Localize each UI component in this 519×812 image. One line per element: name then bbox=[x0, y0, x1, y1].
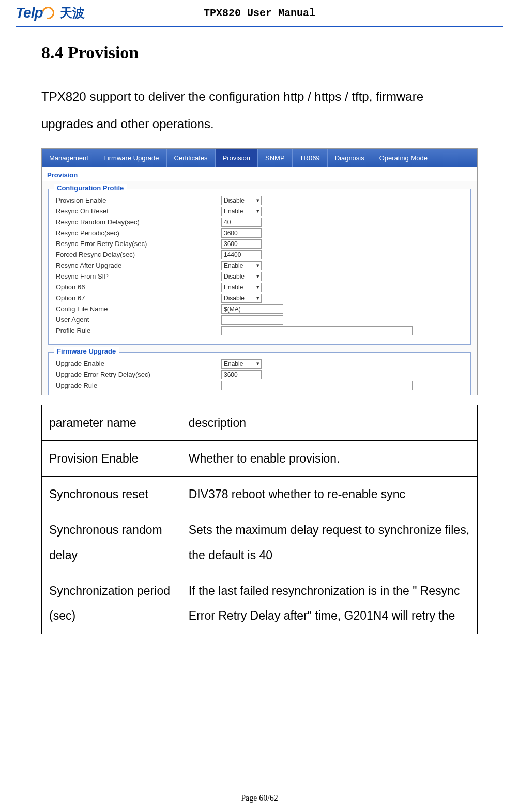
input-upgrade-rule[interactable] bbox=[221, 381, 413, 390]
label-resync-random-delay: Resync Random Delay(sec) bbox=[56, 218, 221, 226]
label-resync-from-sip: Resync From SIP bbox=[56, 272, 221, 280]
doc-title: TPX820 User Manual bbox=[204, 7, 315, 19]
label-profile-rule: Profile Rule bbox=[56, 327, 221, 334]
group-configuration-profile: Configuration Profile Provision EnableDi… bbox=[48, 189, 471, 345]
input-upgrade-error-retry-delay[interactable]: 3600 bbox=[221, 370, 262, 379]
table-row: Provision Enable Whether to enable provi… bbox=[42, 440, 478, 476]
tab-certificates[interactable]: Certificates bbox=[167, 149, 216, 167]
cell-name: Synchronous random delay bbox=[42, 512, 181, 573]
label-resync-on-reset: Resync On Reset bbox=[56, 207, 221, 215]
label-resync-periodic: Resync Periodic(sec) bbox=[56, 229, 221, 237]
logo-text-cn: 天波 bbox=[60, 5, 85, 21]
input-config-file-name[interactable]: $(MA) bbox=[221, 304, 283, 314]
legend-firmware-upgrade: Firmware Upgrade bbox=[54, 347, 119, 355]
logo-text-en: Telp bbox=[16, 5, 55, 21]
table-row: Synchronous reset DIV378 reboot whether … bbox=[42, 477, 478, 512]
label-upgrade-error-retry-delay: Upgrade Error Retry Delay(sec) bbox=[56, 371, 221, 378]
cell-desc: If the last failed resynchronization is … bbox=[181, 573, 477, 634]
table-row: parameter name description bbox=[42, 405, 478, 440]
label-config-file-name: Config File Name bbox=[56, 305, 221, 313]
section-intro: TPX820 support to deliver the configurat… bbox=[41, 83, 478, 138]
select-option-66[interactable]: Enable bbox=[221, 283, 262, 292]
select-resync-from-sip[interactable]: Disable bbox=[221, 272, 262, 281]
select-resync-after-upgrade[interactable]: Enable bbox=[221, 261, 262, 270]
label-option-66: Option 66 bbox=[56, 283, 221, 291]
table-row: Synchronous random delay Sets the maximu… bbox=[42, 512, 478, 573]
table-header-desc: description bbox=[181, 405, 477, 440]
group-firmware-upgrade: Firmware Upgrade Upgrade EnableEnable Up… bbox=[48, 352, 471, 395]
label-forced-resync-delay: Forced Resync Delay(sec) bbox=[56, 251, 221, 258]
select-upgrade-enable[interactable]: Enable bbox=[221, 359, 262, 369]
embedded-ui: Management Firmware Upgrade Certificates… bbox=[41, 148, 478, 395]
tab-firmware-upgrade[interactable]: Firmware Upgrade bbox=[96, 149, 167, 167]
label-option-67: Option 67 bbox=[56, 294, 221, 302]
tab-snmp[interactable]: SNMP bbox=[258, 149, 293, 167]
input-profile-rule[interactable] bbox=[221, 326, 413, 335]
select-provision-enable[interactable]: Disable bbox=[221, 196, 262, 205]
ui-section-header: Provision bbox=[42, 167, 477, 181]
tab-diagnosis[interactable]: Diagnosis bbox=[328, 149, 372, 167]
page-header: Telp 天波 TPX820 User Manual bbox=[16, 0, 503, 27]
table-row: Synchronization period (sec) If the last… bbox=[42, 573, 478, 634]
input-forced-resync-delay[interactable]: 14400 bbox=[221, 250, 262, 259]
parameter-table: parameter name description Provision Ena… bbox=[41, 405, 478, 634]
cell-desc: Sets the maximum delay request to synchr… bbox=[181, 512, 477, 573]
table-header-name: parameter name bbox=[42, 405, 181, 440]
tab-operating-mode[interactable]: Operating Mode bbox=[372, 149, 477, 167]
select-resync-on-reset[interactable]: Enable bbox=[221, 207, 262, 216]
cell-name: Provision Enable bbox=[42, 440, 181, 476]
input-resync-error-retry-delay[interactable]: 3600 bbox=[221, 239, 262, 249]
tab-tr069[interactable]: TR069 bbox=[293, 149, 328, 167]
section-title: 8.4 Provision bbox=[41, 43, 478, 63]
input-user-agent[interactable] bbox=[221, 315, 283, 325]
label-resync-after-upgrade: Resync After Upgrade bbox=[56, 262, 221, 269]
label-upgrade-enable: Upgrade Enable bbox=[56, 360, 221, 367]
tab-provision[interactable]: Provision bbox=[216, 149, 258, 167]
cell-name: Synchronization period (sec) bbox=[42, 573, 181, 634]
select-option-67[interactable]: Disable bbox=[221, 294, 262, 303]
label-upgrade-rule: Upgrade Rule bbox=[56, 381, 221, 389]
cell-name: Synchronous reset bbox=[42, 477, 181, 512]
page-footer: Page 60/62 bbox=[0, 793, 519, 803]
legend-configuration-profile: Configuration Profile bbox=[54, 184, 127, 192]
logo: Telp 天波 bbox=[16, 5, 85, 21]
input-resync-random-delay[interactable]: 40 bbox=[221, 218, 262, 227]
tab-bar: Management Firmware Upgrade Certificates… bbox=[42, 149, 477, 167]
label-resync-error-retry-delay: Resync Error Retry Delay(sec) bbox=[56, 240, 221, 248]
label-user-agent: User Agent bbox=[56, 316, 221, 324]
cell-desc: DIV378 reboot whether to re-enable sync bbox=[181, 477, 477, 512]
label-provision-enable: Provision Enable bbox=[56, 196, 221, 204]
tab-management[interactable]: Management bbox=[42, 149, 96, 167]
input-resync-periodic[interactable]: 3600 bbox=[221, 228, 262, 238]
cell-desc: Whether to enable provision. bbox=[181, 440, 477, 476]
